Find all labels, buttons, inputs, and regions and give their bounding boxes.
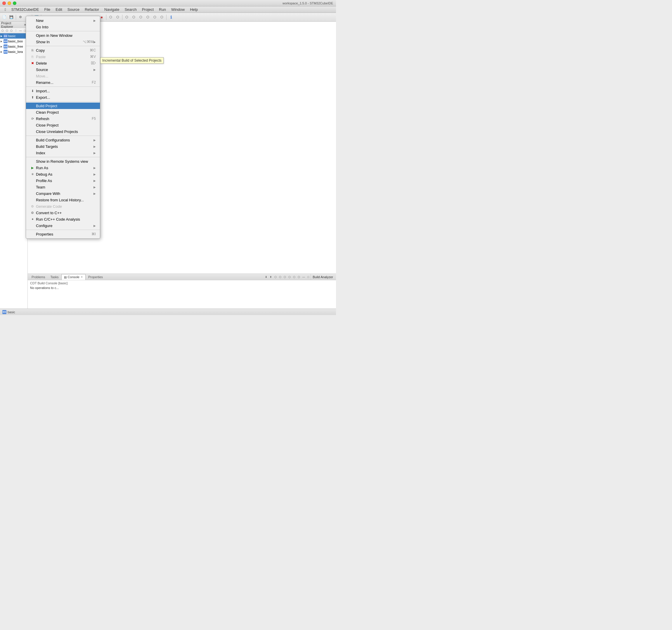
ctx-team-icon <box>30 185 35 189</box>
menu-stm32cubide[interactable]: STM32CubeIDE <box>9 7 42 12</box>
menu-file[interactable]: File <box>42 7 53 12</box>
ctx-copy-label: Copy <box>36 48 87 53</box>
ctx-clean-project-icon <box>30 110 35 115</box>
console-toolbar-btn-5[interactable]: ⬡ <box>283 275 287 280</box>
ctx-run-analysis[interactable]: ✦ Run C/C++ Code Analysis <box>26 216 100 222</box>
menu-search[interactable]: Search <box>122 7 139 12</box>
ctx-build-targets[interactable]: Build Targets ▶ <box>26 143 100 150</box>
toolbar-new-btn[interactable]: 📄 <box>1 14 7 21</box>
toolbar-info-btn[interactable]: ℹ <box>168 14 174 21</box>
menu-refactor[interactable]: Refactor <box>82 7 101 12</box>
tab-console-close[interactable]: ✕ <box>81 275 83 278</box>
ctx-build-project-icon <box>30 103 35 108</box>
ctx-generate-code-label: Generate Code <box>36 204 96 209</box>
ctx-close-unrelated-icon <box>30 129 35 134</box>
project-item-basic-boo[interactable]: ▶ IDE basic_boo <box>0 39 27 44</box>
ctx-debug-as[interactable]: ✳ Debug As ▶ <box>26 171 100 177</box>
minimize-button[interactable] <box>7 1 11 5</box>
panel-filter-btn[interactable]: ⬡ <box>10 28 14 33</box>
status-project-name: basic <box>7 310 15 314</box>
ctx-import[interactable]: ⬇ Import... <box>26 88 100 94</box>
ctx-run-as[interactable]: ▶ Run As ▶ <box>26 165 100 171</box>
ctx-index-label: Index <box>36 151 94 155</box>
toolbar-btn-15[interactable]: ⬡ <box>138 14 144 21</box>
panel-collapse-btn[interactable]: ⬡ <box>1 28 4 33</box>
ctx-go-into[interactable]: Go Into <box>26 24 100 30</box>
ctx-sep-3 <box>26 87 100 87</box>
console-toolbar-btn-4[interactable]: ⬡ <box>278 275 283 280</box>
project-name-basic-lora: basic_lora <box>8 50 23 53</box>
ctx-clean-project[interactable]: Clean Project <box>26 109 100 116</box>
apple-menu-item[interactable]:  <box>2 7 8 12</box>
menu-source[interactable]: Source <box>65 7 82 12</box>
ctx-refresh[interactable]: ⟳ Refresh F5 <box>26 116 100 122</box>
tab-problems[interactable]: Problems <box>29 274 48 280</box>
ctx-run-analysis-label: Run C/C++ Code Analysis <box>36 217 96 221</box>
console-maximize-btn[interactable]: □ <box>306 275 311 280</box>
ctx-open-new-window[interactable]: Open in New Window <box>26 32 100 39</box>
close-button[interactable] <box>2 1 6 5</box>
ctx-team[interactable]: Team ▶ <box>26 184 100 190</box>
toolbar-btn-18[interactable]: ⬡ <box>159 14 165 21</box>
project-item-basic[interactable]: ▶ IDE basic <box>0 33 27 39</box>
ctx-convert-cpp[interactable]: ⚙ Convert to C++ <box>26 210 100 216</box>
toolbar-btn-14[interactable]: ⬡ <box>130 14 137 21</box>
menu-help[interactable]: Help <box>188 7 200 12</box>
menu-window[interactable]: Window <box>169 7 187 12</box>
ctx-compare-with[interactable]: Compare With ▶ <box>26 190 100 197</box>
console-toolbar-btn-6[interactable]: ⬡ <box>287 275 292 280</box>
ctx-properties[interactable]: Properties ⌘I <box>26 231 100 237</box>
ctx-index[interactable]: Index ▶ <box>26 150 100 156</box>
ctx-new[interactable]: New ▶ <box>26 17 100 24</box>
ctx-restore-history-icon <box>30 197 35 202</box>
bottom-panel: Problems Tasks ▤ Console ✕ Properties ⬇ … <box>28 273 336 309</box>
ctx-show-in[interactable]: Show In ⌥⌘W ▶ <box>26 39 100 45</box>
toolbar-save-btn[interactable]: 💾 <box>8 14 15 21</box>
panel-menu-btn[interactable]: ⋮ <box>14 28 18 33</box>
console-toolbar-btn-7[interactable]: ⬡ <box>292 275 296 280</box>
ctx-build-project[interactable]: Build Project <box>26 102 100 109</box>
console-minimize-btn[interactable]: — <box>301 275 306 280</box>
ctx-close-project[interactable]: Close Project <box>26 122 100 128</box>
maximize-button[interactable] <box>13 1 16 5</box>
ctx-close-unrelated[interactable]: Close Unrelated Projects <box>26 128 100 135</box>
console-toolbar-btn-1[interactable]: ⬇ <box>264 275 268 280</box>
ctx-configure[interactable]: Configure ▶ <box>26 222 100 229</box>
toolbar-btn-11[interactable]: ⬡ <box>107 14 114 21</box>
toolbar-btn-17[interactable]: ⬡ <box>152 14 158 21</box>
ctx-source[interactable]: Source ▶ <box>26 66 100 73</box>
project-item-basic-free[interactable]: ▶ IDE basic_free <box>0 44 27 49</box>
ctx-restore-history[interactable]: Restore from Local History... <box>26 197 100 203</box>
ctx-profile-as[interactable]: Profile As ▶ <box>26 177 100 184</box>
toolbar-btn-16[interactable]: ⬡ <box>145 14 151 21</box>
tab-console[interactable]: ▤ Console ✕ <box>62 274 86 280</box>
ctx-rename[interactable]: Rename... F2 <box>26 79 100 86</box>
build-analyzer-tab: Build Analyzer <box>311 274 335 280</box>
traffic-lights[interactable] <box>2 1 16 5</box>
console-toolbar-btn-3[interactable]: ⬡ <box>273 275 278 280</box>
menu-edit[interactable]: Edit <box>53 7 64 12</box>
console-toolbar-btn-2[interactable]: ⬆ <box>268 275 273 280</box>
tab-properties[interactable]: Properties <box>86 274 105 280</box>
project-icon-basic: IDE <box>3 34 7 38</box>
ctx-show-remote[interactable]: Show in Remote Systems view <box>26 158 100 165</box>
panel-link-btn[interactable]: ⬡ <box>5 28 9 33</box>
ctx-close-unrelated-label: Close Unrelated Projects <box>36 129 96 134</box>
menu-project[interactable]: Project <box>140 7 156 12</box>
menu-navigate[interactable]: Navigate <box>102 7 122 12</box>
project-item-basic-lora[interactable]: ▶ IDE basic_lora <box>0 49 27 54</box>
ctx-sep-2 <box>26 46 100 46</box>
project-name-basic-boo: basic_boo <box>8 40 23 43</box>
panel-min-btn[interactable]: — <box>18 28 22 33</box>
menu-run[interactable]: Run <box>157 7 168 12</box>
toolbar-btn-13[interactable]: ⬡ <box>124 14 130 21</box>
ctx-delete[interactable]: ✖ Delete ⌦ <box>26 60 100 66</box>
ctx-new-arrow: ▶ <box>94 19 96 22</box>
toolbar-btn-2[interactable]: ⚙ <box>17 14 24 21</box>
ctx-copy[interactable]: ⎘ Copy ⌘C <box>26 47 100 53</box>
console-toolbar-btn-8[interactable]: ⬡ <box>296 275 301 280</box>
ctx-build-configurations[interactable]: Build Configurations ▶ <box>26 137 100 143</box>
ctx-export[interactable]: ⬆ Export... <box>26 94 100 100</box>
toolbar-btn-12[interactable]: ⬡ <box>115 14 121 21</box>
tab-tasks[interactable]: Tasks <box>48 274 61 280</box>
